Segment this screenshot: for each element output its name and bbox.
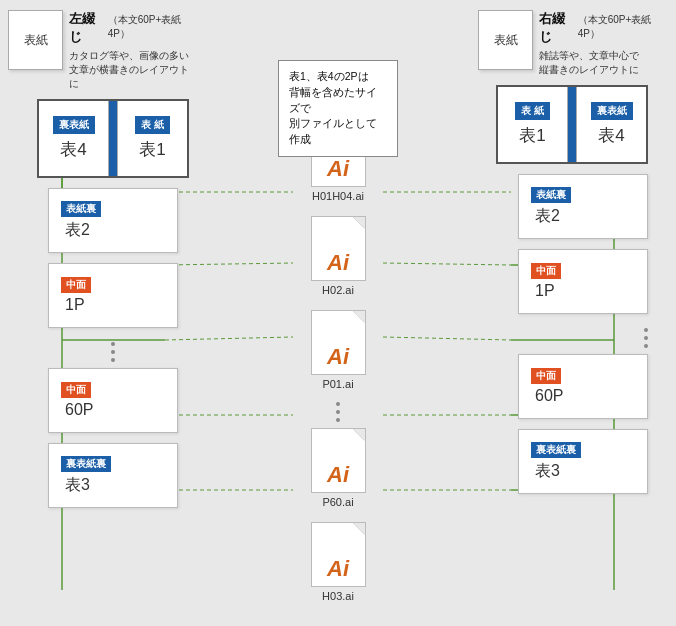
- right-header: 表紙 右綴じ （本文60P+表紙4P） 雑誌等や、文章中心で 縦書きのレイアウト…: [478, 10, 668, 77]
- ai-file-icon-1: Ai: [311, 216, 366, 281]
- left-book-back-num: 表4: [60, 138, 86, 161]
- left-cover-box: 表紙: [8, 10, 63, 70]
- ai-filename-4: H03.ai: [322, 590, 354, 602]
- right-column: 表紙 右綴じ （本文60P+表紙4P） 雑誌等や、文章中心で 縦書きのレイアウト…: [478, 10, 668, 504]
- right-book-back-label: 裏表紙: [591, 102, 633, 120]
- ai-file-icon-2: Ai: [311, 310, 366, 375]
- ai-filename-3: P60.ai: [322, 496, 353, 508]
- ai-filename-0: H01H04.ai: [312, 190, 364, 202]
- left-card-2: 中面 60P: [48, 368, 178, 433]
- left-title: 左綴じ: [69, 10, 106, 46]
- ai-filename-1: H02.ai: [322, 284, 354, 296]
- right-card-2-num: 60P: [531, 387, 563, 405]
- ai-text-2: Ai: [327, 346, 349, 368]
- right-dots: [644, 328, 648, 348]
- ai-text-0: Ai: [327, 158, 349, 180]
- right-desc: 雑誌等や、文章中心で 縦書きのレイアウトに: [539, 49, 668, 77]
- right-book-spine: [568, 87, 576, 162]
- left-card-0: 表紙裏 表2: [48, 188, 178, 253]
- right-card-3-badge: 裏表紙裏: [531, 442, 581, 458]
- ai-file-2: Ai P01.ai: [311, 310, 366, 390]
- ai-text-4: Ai: [327, 558, 349, 580]
- ai-file-icon-4: Ai: [311, 522, 366, 587]
- right-book-spread: 表 紙 表1 裏表紙 表4: [496, 85, 648, 164]
- left-card-3-badge: 裏表紙裏: [61, 456, 111, 472]
- left-title-block: 左綴じ （本文60P+表紙4P） カタログ等や、画像の多い 文章が横書きのレイア…: [69, 10, 198, 91]
- right-card-1-badge: 中面: [531, 263, 561, 279]
- right-cover-label: 表紙: [494, 32, 518, 49]
- ai-file-3: Ai P60.ai: [311, 428, 366, 508]
- left-dots: [111, 342, 115, 362]
- right-card-0-badge: 表紙裏: [531, 187, 571, 203]
- left-desc: カタログ等や、画像の多い 文章が横書きのレイアウトに: [69, 49, 198, 91]
- left-header: 表紙 左綴じ （本文60P+表紙4P） カタログ等や、画像の多い 文章が横書きの…: [8, 10, 198, 91]
- left-book-back-label: 裏表紙: [53, 116, 95, 134]
- right-book-front-page: 表 紙 表1: [498, 87, 568, 162]
- left-column: 表紙 左綴じ （本文60P+表紙4P） カタログ等や、画像の多い 文章が横書きの…: [8, 10, 198, 518]
- ai-file-icon-3: Ai: [311, 428, 366, 493]
- left-book-front-label: 表 紙: [135, 116, 170, 134]
- ai-file-4: Ai H03.ai: [311, 522, 366, 602]
- main-container: 表紙 左綴じ （本文60P+表紙4P） カタログ等や、画像の多い 文章が横書きの…: [0, 0, 676, 626]
- right-card-3-num: 表3: [531, 461, 560, 482]
- left-card-3-num: 表3: [61, 475, 90, 496]
- left-card-1: 中面 1P: [48, 263, 178, 328]
- left-subtitle: （本文60P+表紙4P）: [108, 13, 198, 41]
- right-book-back-num: 表4: [598, 124, 624, 147]
- right-card-0-num: 表2: [531, 206, 560, 227]
- left-card-2-num: 60P: [61, 401, 93, 419]
- left-card-2-badge: 中面: [61, 382, 91, 398]
- right-cover-box: 表紙: [478, 10, 533, 70]
- right-card-1-num: 1P: [531, 282, 555, 300]
- right-book-front-num: 表1: [519, 124, 545, 147]
- right-card-1: 中面 1P: [518, 249, 648, 314]
- left-book-spread: 裏表紙 表4 表 紙 表1: [37, 99, 189, 178]
- left-card-1-badge: 中面: [61, 277, 91, 293]
- right-card-3: 裏表紙裏 表3: [518, 429, 648, 494]
- left-cover-label: 表紙: [24, 32, 48, 49]
- left-book-back-page: 裏表紙 表4: [39, 101, 109, 176]
- left-card-0-badge: 表紙裏: [61, 201, 101, 217]
- right-book-front-label: 表 紙: [515, 102, 550, 120]
- ai-text-3: Ai: [327, 464, 349, 486]
- center-dots: [336, 402, 340, 422]
- right-card-2-badge: 中面: [531, 368, 561, 384]
- right-title-block: 右綴じ （本文60P+表紙4P） 雑誌等や、文章中心で 縦書きのレイアウトに: [539, 10, 668, 77]
- ai-filename-2: P01.ai: [322, 378, 353, 390]
- left-card-1-num: 1P: [61, 296, 85, 314]
- ai-text-1: Ai: [327, 252, 349, 274]
- right-card-0: 表紙裏 表2: [518, 174, 648, 239]
- left-book-front-num: 表1: [139, 138, 165, 161]
- callout-bubble: 表1、表4の2Pは 背幅を含めたサイズで 別ファイルとして作成: [278, 60, 398, 157]
- left-book-front-page: 表 紙 表1: [117, 101, 187, 176]
- right-book-back-page: 裏表紙 表4: [576, 87, 646, 162]
- right-title: 右綴じ: [539, 10, 576, 46]
- left-book-spine: [109, 101, 117, 176]
- right-card-2: 中面 60P: [518, 354, 648, 419]
- left-card-3: 裏表紙裏 表3: [48, 443, 178, 508]
- ai-file-1: Ai H02.ai: [311, 216, 366, 296]
- center-column: 表1、表4の2Pは 背幅を含めたサイズで 別ファイルとして作成 Ai H01H0…: [198, 10, 478, 608]
- right-subtitle: （本文60P+表紙4P）: [578, 13, 668, 41]
- left-card-0-num: 表2: [61, 220, 90, 241]
